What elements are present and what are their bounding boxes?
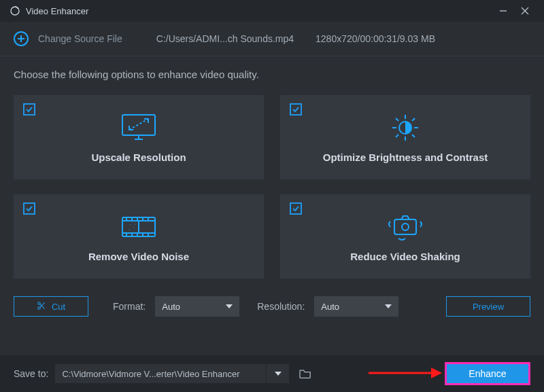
svg-rect-7 <box>122 115 155 135</box>
add-source-button[interactable] <box>14 31 29 46</box>
checkbox-shaking[interactable] <box>290 202 302 215</box>
chevron-down-icon <box>275 372 282 376</box>
source-meta: 1280x720/00:00:31/9.03 MB <box>316 33 435 44</box>
filmstrip-noise-icon <box>120 211 158 243</box>
svg-line-18 <box>412 118 415 121</box>
card-reduce-shaking[interactable]: Reduce Video Shaking <box>280 194 530 279</box>
cut-button[interactable]: Cut <box>14 296 88 317</box>
checkbox-noise[interactable] <box>23 202 35 215</box>
format-label: Format: <box>113 301 146 312</box>
card-upscale-resolution[interactable]: Upscale Resolution <box>14 95 264 179</box>
preview-button-label: Preview <box>473 302 504 312</box>
controls-row: Cut Format: Auto Resolution: Auto Previe… <box>0 279 544 317</box>
enhance-highlight: Enhance <box>445 362 530 385</box>
change-source-link[interactable]: Change Source File <box>38 33 122 44</box>
card-remove-noise[interactable]: Remove Video Noise <box>14 194 264 279</box>
card-upscale-label: Upscale Resolution <box>91 152 186 163</box>
checkbox-brightness[interactable] <box>290 103 302 115</box>
window-title: Video Enhancer <box>26 6 491 16</box>
format-select[interactable]: Auto <box>155 296 239 317</box>
save-path-field[interactable]: C:\Vidmore\Vidmore V...erter\Video Enhan… <box>55 364 266 383</box>
checkbox-upscale[interactable] <box>23 103 35 115</box>
resolution-select[interactable]: Auto <box>314 296 398 317</box>
resolution-label: Resolution: <box>257 301 305 312</box>
save-path-box: C:\Vidmore\Vidmore V...erter\Video Enhan… <box>55 364 289 383</box>
format-value: Auto <box>162 302 180 312</box>
minimize-button[interactable] <box>494 1 513 20</box>
chevron-down-icon <box>385 304 392 308</box>
resolution-value: Auto <box>321 302 339 312</box>
svg-line-10 <box>129 119 148 130</box>
svg-point-37 <box>135 224 135 224</box>
card-brightness-contrast[interactable]: Optimize Brightness and Contrast <box>280 95 530 179</box>
svg-line-16 <box>396 118 398 121</box>
card-noise-label: Remove Video Noise <box>88 251 189 262</box>
svg-point-1 <box>17 7 18 9</box>
open-folder-button[interactable] <box>296 364 315 383</box>
svg-point-39 <box>402 224 409 230</box>
sun-contrast-icon <box>387 112 424 143</box>
card-shaking-label: Reduce Video Shaking <box>350 251 460 262</box>
card-brightness-label: Optimize Brightness and Contrast <box>323 152 488 163</box>
save-path-text: C:\Vidmore\Vidmore V...erter\Video Enhan… <box>62 369 239 379</box>
svg-point-41 <box>38 306 41 309</box>
app-icon <box>10 5 20 16</box>
save-to-label: Save to: <box>14 368 48 379</box>
option-cards: Upscale Resolution <box>14 95 530 279</box>
source-row: Change Source File C:/Users/ADMI...ch So… <box>0 22 544 56</box>
monitor-upscale-icon <box>120 112 158 143</box>
footer-bar: Save to: C:\Vidmore\Vidmore V...erter\Vi… <box>0 355 544 392</box>
enhance-button-label: Enhance <box>469 368 506 379</box>
camera-shake-icon <box>385 211 426 243</box>
close-button[interactable] <box>515 1 534 20</box>
svg-point-34 <box>130 224 131 225</box>
svg-point-40 <box>38 302 41 304</box>
svg-line-19 <box>396 135 398 137</box>
save-path-dropdown[interactable] <box>266 364 289 383</box>
main-area: Choose the following options to enhance … <box>0 56 544 279</box>
svg-point-35 <box>133 227 134 228</box>
instruction-text: Choose the following options to enhance … <box>14 69 530 80</box>
source-path: C:/Users/ADMI...ch Sounds.mp4 <box>156 33 294 44</box>
svg-line-17 <box>412 135 415 137</box>
chevron-down-icon <box>226 304 233 308</box>
enhance-button[interactable]: Enhance <box>447 364 528 383</box>
svg-rect-38 <box>394 219 416 234</box>
svg-point-36 <box>129 229 129 230</box>
titlebar: Video Enhancer <box>0 0 544 22</box>
preview-button[interactable]: Preview <box>446 296 530 317</box>
scissors-icon <box>37 301 46 313</box>
cut-button-label: Cut <box>52 302 65 312</box>
